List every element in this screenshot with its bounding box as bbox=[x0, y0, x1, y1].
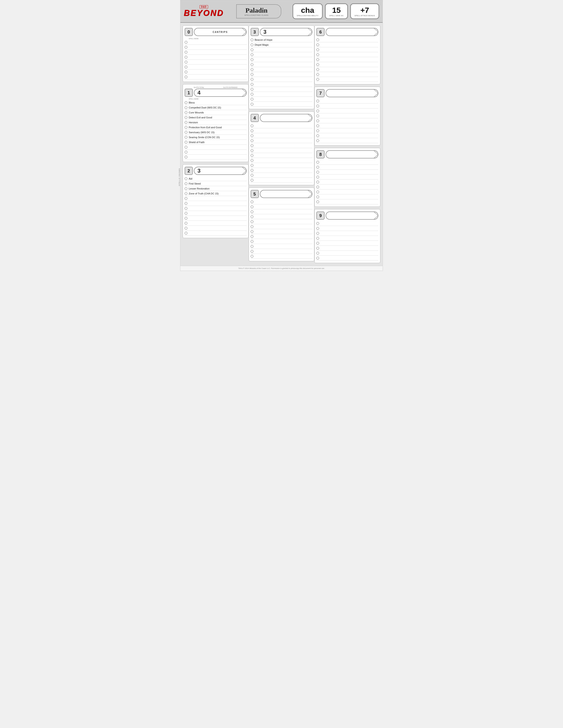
cantrip-row-5 bbox=[185, 65, 246, 70]
level-3-total: 3 bbox=[263, 29, 266, 35]
level-3-section: 3 3 Beacon of Hope Dispel Magic (functio… bbox=[248, 25, 315, 109]
main-content: SPELLS KNOWN 0 CANTRIPS SPELL NAME (func… bbox=[180, 23, 383, 266]
spell-l1-empty-2 bbox=[185, 150, 246, 155]
spell-protection: Protection from Evil and Good bbox=[185, 125, 246, 130]
spell-l8-empty-6 bbox=[317, 189, 378, 194]
spell-l3-empty-11 bbox=[250, 102, 313, 107]
cantrip-row-2 bbox=[185, 50, 246, 55]
spell-l5-empty-11 bbox=[250, 254, 313, 259]
spell-l4-empty-8 bbox=[250, 163, 313, 168]
spell-l2-empty-4 bbox=[185, 216, 246, 221]
spell-l5-empty-5 bbox=[250, 224, 313, 229]
footer: TM & © 2014 Wizards of the Coast LLC. Pe… bbox=[180, 266, 383, 271]
slots-expended-label: SLOTS EXPENDED bbox=[223, 87, 237, 88]
cantrips-section: 0 CANTRIPS SPELL NAME (function() { cons… bbox=[183, 25, 248, 82]
spell-l7-empty-0 bbox=[317, 99, 378, 104]
spell-l7-empty-7 bbox=[317, 133, 378, 138]
cantrip-row-header: SPELL NAME bbox=[185, 38, 246, 39]
level-4-badge: 4 bbox=[250, 114, 259, 122]
level-1-total: 4 bbox=[197, 90, 200, 96]
spell-l6-empty-8 bbox=[317, 77, 378, 82]
spell-compelled-duel: Compelled Duel (WIS DC 15) bbox=[185, 105, 246, 110]
ability-value: cha bbox=[297, 6, 319, 15]
spell-l5-empty-8 bbox=[250, 239, 313, 244]
level-6-section: 6 (function() { const cont = document.cu… bbox=[315, 25, 380, 84]
level-2-section: 2 3 Aid Find Steed Lesser Restoration Zo… bbox=[183, 164, 248, 238]
spell-l3-empty-10 bbox=[250, 97, 313, 102]
column-2: 3 3 Beacon of Hope Dispel Magic (functio… bbox=[248, 25, 315, 263]
cantrips-label: CANTRIPS bbox=[212, 31, 228, 33]
spell-l2-empty-2 bbox=[185, 206, 246, 211]
level-3-badge: 3 bbox=[250, 28, 259, 36]
spell-l8-empty-4 bbox=[317, 180, 378, 185]
spell-zone-of-truth: Zone of Truth (CHA DC 15) bbox=[185, 191, 246, 196]
spell-l9-empty-0 bbox=[317, 221, 378, 226]
spell-l2-empty-3 bbox=[185, 211, 246, 216]
level-2-badge: 2 bbox=[185, 167, 193, 175]
spell-l4-empty-7 bbox=[250, 158, 313, 163]
spell-shield-of-faith: Shield of Faith bbox=[185, 140, 246, 145]
spellcasting-class-label: SPELLCASTING CLASS bbox=[239, 14, 274, 16]
spell-l3-empty-6 bbox=[250, 77, 313, 82]
level-4-section: 4 (function() { const cont = document.cu… bbox=[248, 111, 315, 185]
stat-boxes: cha SPELLCASTING ABILITY 15 SPELL SAVE D… bbox=[293, 3, 379, 19]
spell-l5-empty-6 bbox=[250, 229, 313, 234]
spell-l6-empty-2 bbox=[317, 47, 378, 52]
spell-l3-empty-1 bbox=[250, 52, 313, 57]
level-6-badge: 6 bbox=[317, 28, 325, 36]
spell-l7-empty-3 bbox=[317, 113, 378, 118]
attack-bonus-label: SPELL ATTACK BONUS bbox=[355, 15, 375, 17]
beyond-logo: BEYOND bbox=[184, 9, 224, 18]
spell-l4-empty-6 bbox=[250, 153, 313, 158]
spell-l9-empty-7 bbox=[317, 256, 378, 261]
spell-sanctuary: Sanctuary (WIS DC 15) bbox=[185, 130, 246, 135]
spell-dispel-magic: Dispel Magic bbox=[250, 42, 313, 47]
attack-bonus-box: +7 SPELL ATTACK BONUS bbox=[350, 3, 379, 19]
spell-bless: Bless bbox=[185, 100, 246, 105]
spell-l4-empty-3 bbox=[250, 138, 313, 143]
spell-l3-empty-3 bbox=[250, 62, 313, 67]
level-9-badge: 9 bbox=[317, 212, 325, 220]
spell-l3-empty-2 bbox=[250, 57, 313, 62]
cantrip-row-4 bbox=[185, 60, 246, 65]
cantrip-row-0 bbox=[185, 40, 246, 45]
spell-l7-empty-8 bbox=[317, 138, 378, 143]
level-5-section: 5 (function() { const cont = document.cu… bbox=[248, 187, 315, 261]
spell-l4-empty-2 bbox=[250, 133, 313, 138]
level-2-pill: 3 bbox=[194, 167, 246, 175]
spell-l2-empty-0 bbox=[185, 196, 246, 201]
spell-detect-evil: Detect Evil and Good bbox=[185, 115, 246, 120]
spell-l7-empty-1 bbox=[317, 104, 378, 108]
spell-l4-empty-11 bbox=[250, 178, 313, 183]
spell-l5-empty-10 bbox=[250, 249, 313, 254]
spell-l2-empty-5 bbox=[185, 221, 246, 226]
spell-l4-empty-4 bbox=[250, 143, 313, 148]
cantrip-row-7 bbox=[185, 74, 246, 79]
level-7-pill bbox=[326, 89, 378, 97]
level-8-section: 8 (function() { const cont = document.cu… bbox=[315, 148, 380, 207]
spell-l5-empty-3 bbox=[250, 214, 313, 219]
spell-l7-empty-4 bbox=[317, 118, 378, 123]
spell-l7-empty-2 bbox=[317, 108, 378, 113]
spell-heroism: Heroism bbox=[185, 120, 246, 125]
level-5-pill bbox=[260, 190, 313, 198]
spell-l4-empty-9 bbox=[250, 168, 313, 173]
spell-l4-empty-10 bbox=[250, 173, 313, 178]
spell-l6-empty-5 bbox=[317, 62, 378, 67]
spell-l9-empty-2 bbox=[317, 231, 378, 236]
spell-l9-empty-6 bbox=[317, 251, 378, 256]
level-2-total: 3 bbox=[197, 168, 200, 174]
spell-l6-empty-0 bbox=[317, 37, 378, 42]
spell-l6-empty-4 bbox=[317, 57, 378, 62]
spell-l3-empty-0 bbox=[250, 47, 313, 52]
level-1-pill: 4 bbox=[194, 89, 246, 97]
ability-label: SPELLCASTING ABILITY bbox=[297, 15, 319, 17]
spell-l6-empty-6 bbox=[317, 67, 378, 72]
level-1-badge: 1 bbox=[185, 89, 193, 97]
spell-lesser-restoration: Lesser Restoration bbox=[185, 186, 246, 191]
spell-l8-empty-5 bbox=[317, 185, 378, 189]
cantrip-row-1 bbox=[185, 45, 246, 50]
spell-l4-empty-5 bbox=[250, 148, 313, 153]
level-5-badge: 5 bbox=[250, 190, 259, 198]
spell-l8-empty-3 bbox=[317, 175, 378, 180]
